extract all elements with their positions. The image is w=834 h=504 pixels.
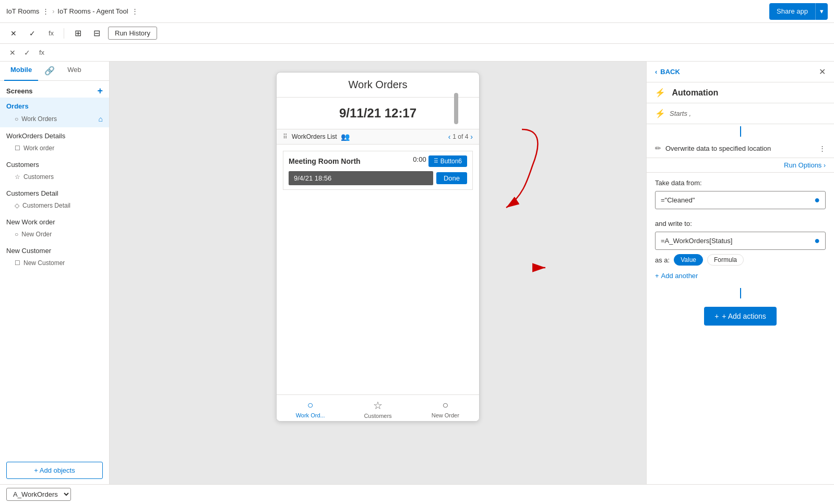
write-to-field[interactable]: =A_WorkOrders[Status] ● [655, 232, 826, 250]
formula-input[interactable] [52, 49, 828, 56]
prev-button[interactable]: ‹ [448, 133, 451, 141]
starts-row[interactable]: ⚡ Starts , [647, 103, 834, 124]
connector-1 [647, 124, 834, 139]
workorders-list-bar: ⠿ WorkOrders List 👥 ‹ 1 of 4 › [277, 129, 479, 145]
circle-icon: ○ [15, 115, 18, 123]
done-button[interactable]: Done [436, 172, 467, 184]
chevron-right-icon: › [824, 162, 826, 169]
workorder-label: Work order [23, 145, 54, 152]
run-options-link[interactable]: Run Options › [784, 161, 826, 169]
sidebar-item-new-customer-sub[interactable]: ☐ New Customer [0, 257, 109, 269]
take-data-value: ="Cleaned" [661, 196, 695, 204]
star-icon: ☆ [15, 173, 20, 181]
sidebar-item-new-workorder[interactable]: New Work order [0, 215, 109, 229]
share-app-arrow-icon[interactable]: ▾ [816, 3, 828, 20]
sidebar-item-customers-detail[interactable]: Customers Detail [0, 187, 109, 200]
automation-icon: ⚡ [655, 88, 665, 97]
grid-icon[interactable]: ⊞ [70, 26, 85, 41]
phone-mockup: Work Orders 9/11/21 12:17 ⠿ WorkOrders L… [276, 72, 480, 422]
square-icon: ☐ [15, 145, 20, 152]
tab-mobile[interactable]: Mobile [4, 62, 38, 81]
back-button[interactable]: ‹ BACK [655, 68, 680, 76]
sidebar-item-orders[interactable]: Orders [0, 100, 109, 113]
pencil-icon: ✏ [655, 144, 661, 152]
as-a-row: as a: Value Formula [655, 254, 826, 266]
breadcrumb-dots1[interactable]: ⋮ [42, 7, 49, 15]
write-to-label: and write to: [655, 220, 826, 227]
table-select[interactable]: A_WorkOrders [6, 488, 71, 501]
panel-title-label: Automation [672, 88, 718, 97]
button6-dots-icon: ⠿ [434, 158, 438, 165]
run-options-label: Run Options [784, 161, 821, 169]
cancel-formula-icon[interactable]: ✕ [6, 49, 19, 57]
confirm-formula-icon[interactable]: ✓ [21, 49, 33, 57]
close-button[interactable]: ✕ [819, 67, 826, 77]
take-data-label: Take data from: [655, 179, 826, 187]
sidebar: Mobile 🔗 Web Screens + Orders ○ Work Ord… [0, 62, 110, 484]
sidebar-item-new-customer[interactable]: New Customer [0, 244, 109, 257]
customers-label: Customers [6, 161, 39, 169]
add-another-link[interactable]: + Add another [655, 272, 826, 280]
home-icon: ⌂ [99, 115, 103, 123]
new-order-label: New Order [21, 231, 52, 238]
share-app-button[interactable]: Share app ▾ [769, 3, 828, 20]
run-history-button[interactable]: Run History [108, 27, 157, 40]
sidebar-section-workorders-details: WorkOrders Details ☐ Work order [0, 127, 109, 156]
nav-item-customers[interactable]: ☆ Customers [344, 399, 411, 419]
formula-icon: fx [45, 29, 57, 37]
sidebar-item-workorders-details[interactable]: WorkOrders Details [0, 129, 109, 142]
back-icon[interactable]: ✕ [6, 26, 21, 41]
main-layout: Mobile 🔗 Web Screens + Orders ○ Work Ord… [0, 62, 834, 484]
new-workorder-label: New Work order [6, 218, 55, 226]
scrollbar[interactable] [454, 93, 458, 124]
customers-nav-icon: ☆ [373, 399, 383, 412]
panel-title: ⚡ Automation [647, 82, 834, 103]
formula-bar: ✕ ✓ fx [0, 44, 834, 62]
sidebar-item-workorder[interactable]: ☐ Work order [0, 142, 109, 154]
phone-content-area [277, 196, 479, 394]
take-data-field[interactable]: ="Cleaned" ● [655, 191, 826, 209]
nav-item-workorders[interactable]: ○ Work Ord... [277, 399, 344, 419]
new-customer-label: New Customer [6, 247, 51, 255]
connector-2 [647, 286, 834, 301]
take-data-dot[interactable]: ● [814, 195, 820, 206]
workorders-label: Work Orders [21, 115, 57, 123]
add-objects-button[interactable]: + Add objects [6, 462, 103, 479]
formula-bar-icons: ✕ ✓ fx [6, 49, 48, 57]
sidebar-item-workorders[interactable]: ○ Work Orders ⌂ [0, 113, 109, 125]
apps-icon[interactable]: ⊟ [89, 26, 104, 41]
sidebar-item-customers-sub[interactable]: ☆ Customers [0, 171, 109, 183]
more-options-icon[interactable]: ⋮ [819, 145, 826, 152]
tab-web[interactable]: Web [61, 62, 88, 81]
take-data-section: Take data from: ="Cleaned" ● [647, 173, 834, 220]
breadcrumb-iot[interactable]: IoT Rooms [6, 7, 39, 15]
overwrite-row[interactable]: ✏ Overwrite data to specified location ⋮ [647, 139, 834, 158]
breadcrumb: IoT Rooms ⋮ › IoT Rooms - Agent Tool ⋮ [6, 7, 138, 15]
add-actions-plus-icon: + [714, 312, 719, 320]
sidebar-item-customers[interactable]: Customers [0, 158, 109, 171]
sidebar-item-customers-detail-sub[interactable]: ◇ Customers Detail [0, 200, 109, 211]
value-button[interactable]: Value [674, 254, 703, 266]
add-screen-button[interactable]: + [97, 86, 103, 95]
screens-header: Screens + [0, 81, 109, 98]
tab-link-icon[interactable]: 🔗 [38, 62, 61, 81]
breadcrumb-area: IoT Rooms ⋮ › IoT Rooms - Agent Tool ⋮ [6, 7, 138, 15]
sidebar-item-new-order[interactable]: ○ New Order [0, 229, 109, 240]
write-to-dot[interactable]: ● [814, 235, 820, 246]
neworder-nav-label: New Order [432, 412, 459, 418]
write-to-value: =A_WorkOrders[Status] [661, 237, 732, 245]
lightning-icon: ⚡ [655, 109, 665, 118]
write-to-section: and write to: =A_WorkOrders[Status] ● as… [647, 220, 834, 286]
sidebar-section-new-customer: New Customer ☐ New Customer [0, 242, 109, 271]
button6-button[interactable]: ⠿ Button6 [428, 155, 467, 167]
nav-item-new-order[interactable]: ○ New Order [412, 399, 479, 419]
check-icon[interactable]: ✓ [25, 26, 40, 41]
phone-bottom-nav: ○ Work Ord... ☆ Customers ○ New Order [277, 394, 479, 421]
add-actions-button[interactable]: + + Add actions [704, 307, 777, 326]
next-button[interactable]: › [470, 133, 473, 141]
formula-button[interactable]: Formula [707, 254, 744, 266]
neworder-nav-icon: ○ [442, 399, 448, 411]
phone-date: 9/11/21 12:17 [277, 98, 479, 129]
breadcrumb-dots2[interactable]: ⋮ [132, 7, 138, 15]
circle2-icon: ○ [15, 231, 18, 238]
